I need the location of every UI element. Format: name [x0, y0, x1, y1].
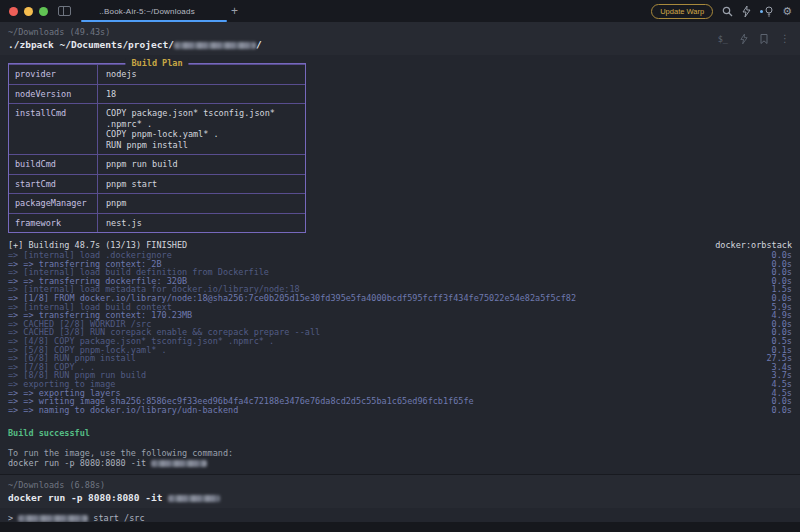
command-text-suffix: /: [256, 39, 262, 50]
run-command-text: docker run -p 8080:8080 -it: [8, 458, 151, 468]
build-plan-row: startCmd pnpm start: [9, 174, 305, 194]
build-plan-key: packageManager: [9, 194, 97, 213]
build-summary: [+] Building 48.7s (13/13) FINISHED: [8, 241, 187, 250]
build-plan-value: COPY package.json* tsconfig.json* .npmrc…: [97, 104, 305, 154]
command-text: docker run -p 8080:8080 -it: [8, 492, 168, 503]
zbpack-command[interactable]: ./zbpack ~/Documents/project//: [8, 38, 792, 51]
docker-build-line: => exporting to image 4.5s: [8, 380, 792, 389]
notification-dot: [760, 10, 763, 13]
build-plan-value: pnpm run build: [97, 155, 305, 174]
toggle-panel-icon[interactable]: [58, 6, 71, 16]
share-command-icon[interactable]: $_: [718, 34, 728, 44]
build-plan-key: provider: [9, 65, 97, 84]
block-context: ~/Downloads (6.88s): [8, 480, 792, 491]
command-text: ./zbpack ~/Documents/project/: [8, 39, 174, 50]
build-plan-value: pnpm start: [97, 175, 305, 194]
tab-downloads[interactable]: ..Book-Air-5:~/Downloads: [81, 0, 213, 22]
zoom-window-button[interactable]: [39, 7, 48, 16]
command-block-docker-run: ~/Downloads (6.88s) docker run -p 8080:8…: [0, 475, 800, 522]
search-icon[interactable]: [722, 6, 733, 17]
docker-build-log: [+] Building 48.7s (13/13) FINISHED dock…: [0, 235, 800, 468]
close-window-button[interactable]: [9, 7, 18, 16]
command-block-zbpack: ~/Downloads (49.43s) ./zbpack ~/Document…: [0, 22, 800, 468]
tab-title: ..Book-Air-5:~/Downloads: [99, 7, 195, 16]
docker-run-output: > start /src > nest start [Nest] 37 - 11…: [0, 508, 800, 522]
build-plan: provider nodejs nodeVersion 18 installCm…: [8, 63, 306, 233]
build-plan-key: installCmd: [9, 104, 97, 154]
build-plan-table: provider nodejs nodeVersion 18 installCm…: [8, 63, 306, 233]
window-controls: [9, 7, 48, 16]
bookmark-icon[interactable]: [760, 29, 768, 48]
build-plan-value: 18: [97, 85, 305, 104]
build-plan-row: buildCmd pnpm run build: [9, 154, 305, 174]
warp-terminal-window: ..Book-Air-5:~/Downloads + Update Warp ⚙…: [0, 0, 800, 532]
zbpack-block-header[interactable]: ~/Downloads (49.43s) ./zbpack ~/Document…: [0, 22, 800, 55]
suggested-run-command: docker run -p 8080:8080 -it: [8, 458, 792, 468]
build-step-time: 0.0s: [772, 406, 792, 415]
titlebar: ..Book-Air-5:~/Downloads + Update Warp ⚙: [0, 0, 800, 22]
settings-gear-icon[interactable]: ⚙: [782, 6, 792, 17]
block-menu-icon[interactable]: ⋮: [780, 33, 790, 44]
redacted-image-name: [168, 495, 220, 502]
update-warp-button[interactable]: Update Warp: [651, 4, 713, 19]
build-step-text: => => naming to docker.io/library/udn-ba…: [8, 406, 238, 415]
build-plan-key: startCmd: [9, 175, 97, 194]
titlebar-actions: Update Warp ⚙: [651, 0, 792, 22]
docker-build-line: => [6/8] RUN pnpm install 27.5s: [8, 354, 792, 363]
build-plan-key: nodeVersion: [9, 85, 97, 104]
minimize-window-button[interactable]: [24, 7, 33, 16]
docker-build-line: => [8/8] RUN pnpm run build 3.7s: [8, 371, 792, 380]
docker-build-lines: => [internal] load .dockerignore 0.0s =>…: [8, 251, 792, 414]
npm-line-suffix: start /src: [88, 513, 144, 522]
docker-build-line: => => naming to docker.io/library/udn-ba…: [8, 406, 792, 415]
build-plan-value: pnpm: [97, 194, 305, 213]
new-tab-button[interactable]: +: [231, 6, 238, 16]
run-hint-text: To run the image, use the following comm…: [8, 448, 792, 458]
build-plan-key: buildCmd: [9, 155, 97, 174]
build-plan-row: installCmd COPY package.json* tsconfig.j…: [9, 103, 305, 154]
npm-start-line: > start /src: [8, 514, 792, 522]
build-plan-row: packageManager pnpm: [9, 193, 305, 213]
block-toolbar: $_ ⋮: [718, 29, 790, 48]
docker-run-block-header[interactable]: ~/Downloads (6.88s) docker run -p 8080:8…: [0, 475, 800, 508]
notifications-lightbulb-icon[interactable]: [760, 6, 773, 17]
block-context: ~/Downloads (49.43s): [8, 27, 792, 38]
ai-lightning-icon[interactable]: [742, 6, 751, 17]
build-successful-message: Build successful: [8, 428, 792, 438]
terminal-content: ~/Downloads (49.43s) ./zbpack ~/Document…: [0, 22, 800, 522]
build-plan-title: Build Plan: [125, 58, 188, 68]
builder-name: docker:orbstack: [715, 241, 792, 250]
redacted-package-name: [18, 515, 88, 522]
build-plan-row: framework nest.js: [9, 213, 305, 233]
build-plan-key: framework: [9, 214, 97, 233]
build-plan-row: nodeVersion 18: [9, 84, 305, 104]
window-bottom-edge: [0, 522, 800, 532]
block-lightning-icon[interactable]: [740, 29, 748, 48]
redacted-project-name: [174, 42, 256, 49]
redacted-image-name: [151, 460, 207, 467]
docker-build-header: [+] Building 48.7s (13/13) FINISHED dock…: [8, 241, 792, 250]
build-plan-value: nest.js: [97, 214, 305, 233]
npm-line-prefix: >: [8, 513, 18, 522]
docker-run-command[interactable]: docker run -p 8080:8080 -it: [8, 491, 792, 504]
